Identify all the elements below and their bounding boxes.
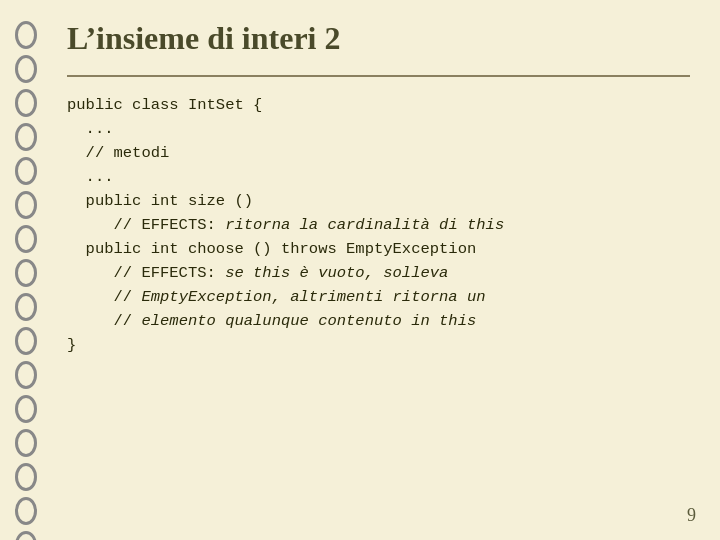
code-italic-1: ritorna la cardinalità di this bbox=[225, 216, 504, 234]
code-italic-3: EmptyException, altrimenti ritorna un bbox=[141, 288, 485, 306]
spiral-ring bbox=[15, 225, 37, 253]
slide-title: L’insieme di interi 2 bbox=[67, 20, 690, 57]
code-line-4: ... bbox=[67, 168, 114, 186]
code-italic-4: elemento qualunque contenuto in this bbox=[141, 312, 476, 330]
code-line-6: // EFFECTS: ritorna la cardinalità di th… bbox=[67, 216, 504, 234]
code-line-9: // EmptyException, altrimenti ritorna un bbox=[67, 288, 486, 306]
slide-content: L’insieme di interi 2 public class IntSe… bbox=[52, 0, 720, 540]
title-divider bbox=[67, 75, 690, 77]
code-line-1: public class IntSet { bbox=[67, 96, 262, 114]
code-line-7: public int choose () throws EmptyExcepti… bbox=[67, 240, 476, 258]
spiral-ring bbox=[15, 429, 37, 457]
spiral-ring bbox=[15, 497, 37, 525]
spiral-ring bbox=[15, 395, 37, 423]
page-number: 9 bbox=[687, 505, 696, 526]
spiral-ring bbox=[15, 21, 37, 49]
slide: L’insieme di interi 2 public class IntSe… bbox=[0, 0, 720, 540]
code-line-8: // EFFECTS: se this è vuoto, solleva bbox=[67, 264, 448, 282]
spiral-ring bbox=[15, 531, 37, 540]
code-line-5: public int size () bbox=[67, 192, 253, 210]
spiral-ring bbox=[15, 123, 37, 151]
spiral-ring bbox=[15, 89, 37, 117]
code-block: public class IntSet { ... // metodi ... … bbox=[67, 93, 690, 357]
spiral-ring bbox=[15, 463, 37, 491]
spiral-ring bbox=[15, 361, 37, 389]
code-italic-2: se this è vuoto, solleva bbox=[225, 264, 448, 282]
spiral-ring bbox=[15, 191, 37, 219]
spiral-binding bbox=[0, 0, 52, 540]
code-line-2: ... bbox=[67, 120, 114, 138]
spiral-ring bbox=[15, 293, 37, 321]
code-line-10: // elemento qualunque contenuto in this bbox=[67, 312, 476, 330]
code-line-11: } bbox=[67, 336, 76, 354]
spiral-ring bbox=[15, 157, 37, 185]
spiral-ring bbox=[15, 259, 37, 287]
code-line-3: // metodi bbox=[67, 144, 169, 162]
spiral-ring bbox=[15, 327, 37, 355]
spiral-ring bbox=[15, 55, 37, 83]
